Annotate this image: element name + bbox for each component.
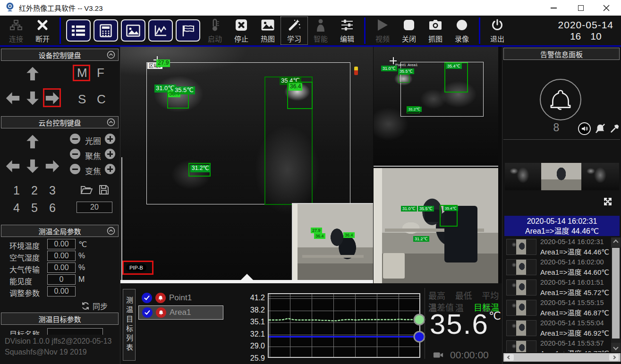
maximize-button[interactable]: [570, 0, 592, 16]
alarm-sound-button[interactable]: [578, 122, 591, 135]
humidity-input[interactable]: [47, 251, 76, 261]
device-key-c[interactable]: C: [97, 92, 106, 107]
device-keypad-header[interactable]: 设备控制键盘: [1, 49, 119, 61]
close-stream-button[interactable]: 关闭: [396, 17, 422, 44]
target-row-area1[interactable]: Area1: [138, 305, 223, 320]
ptz-right-button[interactable]: [44, 158, 60, 174]
scroll-right-button[interactable]: [609, 354, 619, 361]
sync-button[interactable]: 同步: [81, 300, 108, 312]
preset-key-1[interactable]: 1: [13, 184, 20, 197]
ptz-up-button[interactable]: [25, 134, 41, 150]
edit-button[interactable]: 编辑: [334, 17, 360, 44]
alarm-thumbnail-thermal[interactable]: [581, 163, 619, 190]
alarm-row[interactable]: 2020-05-14 15:55:15Area1=>温度 46.87℃: [503, 298, 611, 318]
global-params-header[interactable]: 测温全局参数: [1, 225, 119, 237]
alarm-tool-button[interactable]: [610, 124, 620, 135]
device-key-f[interactable]: F: [97, 66, 104, 80]
preset-key-3[interactable]: 3: [49, 184, 56, 197]
focus-minus-button[interactable]: [70, 149, 80, 159]
alarm-thumbnail-visible[interactable]: [541, 163, 581, 190]
main-thermal-view[interactable]: 区域1 27.9 31.0℃ 36.4 35.5℃ 35.4℃ 36.4 31.…: [120, 47, 373, 283]
scroll-left-button[interactable]: [504, 354, 514, 361]
preset-save-button[interactable]: [98, 184, 110, 197]
preset-key-5[interactable]: 5: [31, 201, 38, 215]
device-up-button[interactable]: [25, 66, 41, 82]
matrix-button[interactable]: [94, 19, 118, 42]
preset-key-2[interactable]: 2: [31, 184, 38, 197]
zoom-plus-button[interactable]: [105, 164, 115, 174]
alarm-row[interactable]: 2020-05-14 16:02:31Area1=>温度 44.46℃: [503, 237, 611, 257]
preset-load-button[interactable]: [80, 185, 93, 197]
focus-plus-button[interactable]: [105, 149, 115, 159]
heatmap-button[interactable]: 热图: [255, 17, 281, 44]
ptz-keypad-header[interactable]: 云台控制键盘: [1, 116, 119, 128]
device-down-button[interactable]: [25, 90, 41, 106]
collapse-up-icon[interactable]: [107, 227, 115, 235]
checkbox-checked-icon[interactable]: [142, 307, 153, 318]
adjust-param-input[interactable]: [47, 286, 76, 296]
menu-list-button[interactable]: [66, 19, 91, 42]
preset-key-6[interactable]: 6: [49, 201, 56, 215]
horizontal-scrollbar[interactable]: [503, 353, 621, 362]
preset-key-4[interactable]: 4: [13, 201, 20, 215]
alarm-row[interactable]: 2020-05-14 15:53:57Area1=>温度 46.77℃: [503, 339, 611, 352]
record-timer-text: 00:00:00: [450, 349, 489, 361]
visible-inset-view[interactable]: 27.9 36.4 36.4: [292, 203, 373, 283]
device-left-button[interactable]: [5, 90, 21, 106]
alarm-row[interactable]: 2020-05-14 16:01:51Area1=>温度 45.72℃: [503, 278, 611, 298]
collapse-up-icon[interactable]: [107, 118, 115, 127]
alarm-bell-small-icon[interactable]: [155, 293, 166, 303]
ptz-down-button[interactable]: [25, 158, 41, 174]
exit-button[interactable]: 退出: [484, 17, 510, 44]
trend-lines: [269, 294, 419, 357]
alarm-thumbnail-thermal[interactable]: [505, 163, 541, 190]
stop-button[interactable]: 停止: [228, 17, 255, 44]
disconnect-button[interactable]: 断开: [29, 17, 56, 44]
thermal-subview[interactable]: Point1 Area1 31.0℃ 35.5℃ 35.4℃ 31.2℃: [374, 47, 498, 167]
flag-icon: [181, 25, 195, 37]
snapshot-button[interactable]: 抓图: [422, 17, 449, 44]
target-name: Point1: [169, 293, 192, 303]
target-row-point1[interactable]: Point1: [138, 291, 223, 305]
device-right-button[interactable]: [44, 90, 60, 106]
visible-subview[interactable]: 31.0℃ 35.5℃ 35.4℃ 31.2℃: [374, 168, 498, 283]
transmission-input[interactable]: [47, 262, 76, 273]
target-name-input[interactable]: [47, 328, 103, 335]
y-axis-tick: 25.9: [243, 354, 265, 363]
curve-button[interactable]: [148, 19, 173, 42]
flag-button[interactable]: [176, 19, 200, 42]
ambient-temp-input[interactable]: [47, 239, 76, 249]
alarm-row[interactable]: 2020-05-14 16:02:00Area1=>温度 44.60℃: [503, 258, 611, 278]
temperature-trend-chart: [268, 293, 420, 358]
checkbox-checked-icon[interactable]: [142, 293, 152, 303]
expand-button[interactable]: [603, 197, 612, 208]
alarm-bell-button[interactable]: [540, 79, 581, 120]
close-window-button[interactable]: [595, 0, 617, 16]
alarm-bell-small-icon[interactable]: [156, 307, 166, 318]
target-params-header[interactable]: 测温目标参数: [1, 313, 119, 325]
collapse-up-icon[interactable]: [107, 51, 115, 59]
temp-label: 31.0℃: [381, 66, 397, 71]
alarm-row[interactable]: 2020-05-14 15:55:04Area1=>温度 46.92℃: [503, 319, 611, 339]
visibility-input[interactable]: [47, 274, 76, 285]
scroll-down-button[interactable]: [611, 343, 621, 352]
device-key-s[interactable]: S: [78, 92, 86, 107]
record-button[interactable]: 录像: [449, 17, 475, 44]
zoom-minus-button[interactable]: [70, 164, 80, 174]
iris-minus-button[interactable]: [70, 134, 80, 144]
iris-plus-button[interactable]: [105, 134, 115, 144]
ptz-left-button[interactable]: [5, 158, 21, 174]
gallery-button[interactable]: [121, 19, 145, 42]
alarm-mute-button[interactable]: [595, 123, 605, 135]
preset-number-input[interactable]: [77, 202, 112, 213]
learn-button[interactable]: 学习: [281, 17, 307, 44]
minimize-button[interactable]: [543, 0, 564, 16]
zoom-label: 变焦: [85, 165, 101, 177]
folder-open-icon: [80, 185, 93, 195]
chevron-right-icon: [612, 356, 616, 359]
device-key-m[interactable]: M: [77, 66, 87, 80]
scroll-up-button[interactable]: [611, 237, 621, 247]
vertical-scroll-thumb[interactable]: [612, 248, 620, 339]
view-bottom-pointer[interactable]: [241, 274, 253, 280]
current-alarm-banner[interactable]: 2020-05-14 16:02:31 Area1=>温度 44.46℃: [504, 216, 620, 236]
